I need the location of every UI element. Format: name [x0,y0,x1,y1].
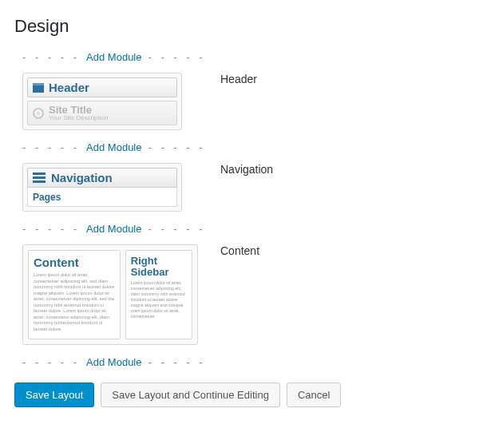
add-module-row: - - - - - Add Module - - - - - [22,51,465,63]
divider-dashes: - - - - - [148,356,205,368]
divider-dashes: - - - - - [22,223,80,235]
content-main-lorem: Lorem ipsum dolor sit amet, consectetuer… [34,272,115,332]
divider-dashes: - - - - - [22,356,80,368]
header-preview-title: Header [49,81,89,94]
site-logo-icon [33,108,44,119]
content-sidebar-lorem: Lorem ipsum dolor sit amet, consectetuer… [131,280,187,319]
section-label-navigation: Navigation [214,163,273,176]
divider-dashes: - - - - - [22,141,80,153]
navigation-pages-row: Pages [27,188,177,207]
site-title-preview: Site Title Your Site Description [27,101,177,125]
save-layout-button[interactable]: Save Layout [14,383,94,407]
save-continue-button[interactable]: Save Layout and Continue Editing [101,383,280,407]
navigation-preview-card[interactable]: Navigation Pages [22,163,182,212]
content-sidebar-heading: Right Sidebar [131,256,187,277]
add-module-link[interactable]: Add Module [80,141,148,153]
add-module-row: - - - - - Add Module - - - - - [22,356,465,368]
section-label-content: Content [214,244,259,258]
divider-dashes: - - - - - [148,223,205,235]
window-icon [33,83,44,93]
site-description-text: Your Site Description [49,115,108,121]
section-navigation: Navigation Pages Navigation [14,163,465,212]
navigation-preview-bar: Navigation [27,168,177,188]
add-module-link[interactable]: Add Module [80,51,148,63]
content-sidebar-column: Right Sidebar Lorem ipsum dolor sit amet… [125,250,192,339]
add-module-row: - - - - - Add Module - - - - - [22,223,465,235]
add-module-link[interactable]: Add Module [80,223,148,235]
add-module-link[interactable]: Add Module [80,356,148,368]
content-main-heading: Content [34,256,115,269]
section-label-header: Header [214,73,257,86]
section-header: Header Site Title Your Site Description … [14,73,465,130]
divider-dashes: - - - - - [148,141,205,153]
cancel-button[interactable]: Cancel [287,383,341,407]
navigation-pages-text: Pages [33,192,61,203]
divider-dashes: - - - - - [148,51,205,63]
button-row: Save Layout Save Layout and Continue Edi… [14,383,465,407]
header-preview-bar: Header [27,77,177,97]
hamburger-icon [33,172,46,183]
add-module-row: - - - - - Add Module - - - - - [22,141,465,153]
header-preview-card[interactable]: Header Site Title Your Site Description [22,73,182,130]
divider-dashes: - - - - - [22,51,80,63]
content-main-column: Content Lorem ipsum dolor sit amet, cons… [28,250,121,339]
section-content: Content Lorem ipsum dolor sit amet, cons… [14,244,465,345]
content-preview-card[interactable]: Content Lorem ipsum dolor sit amet, cons… [22,244,198,345]
navigation-preview-title: Navigation [51,171,113,184]
page-title: Design [14,16,465,37]
